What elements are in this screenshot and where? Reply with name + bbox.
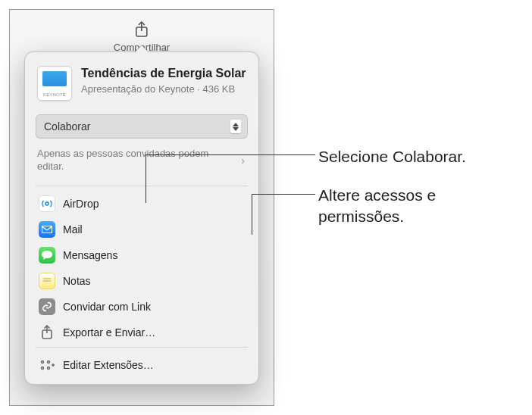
chevron-right-icon: › [241,154,246,167]
permissions-text: Apenas as pessoas convidadas podem edita… [37,148,233,173]
edit-extensions-label: Editar Extensões… [63,359,154,371]
document-title: Tendências de Energia Solar [81,66,246,80]
extensions-icon [39,357,55,373]
popover-arrow [134,45,149,53]
share-item-label: Mensagens [63,249,117,261]
document-thumbnail: KEYNOTE [37,66,72,101]
share-item-invite-link[interactable]: Convidar com Link [36,294,248,320]
document-thumb-label: KEYNOTE [38,92,71,97]
share-item-label: Convidar com Link [63,301,151,313]
document-subtitle: Apresentação do Keynote · 436 KB [81,83,246,96]
share-item-label: AirDrop [63,198,99,210]
messages-icon [39,247,55,264]
share-item-label: Notas [63,275,91,287]
share-mode-value: Colaborar [44,120,90,133]
export-icon [39,324,55,341]
svg-point-1 [45,202,49,205]
airdrop-icon [39,195,55,212]
svg-point-8 [48,360,50,363]
share-popover: KEYNOTE Tendências de Energia Solar Apre… [24,51,259,385]
updown-caret-icon [230,120,241,133]
callout-text: Selecione Colaborar. [318,146,466,167]
permissions-row[interactable]: Apenas as pessoas convidadas podem edita… [36,143,248,184]
share-item-label: Mail [63,223,83,236]
document-header: KEYNOTE Tendências de Energia Solar Apre… [36,63,248,111]
callout-text: Altere acessos e permissões. [318,185,515,228]
share-item-airdrop[interactable]: AirDrop [36,191,248,217]
share-item-mail[interactable]: Mail [36,217,248,242]
divider [36,347,248,348]
edit-extensions[interactable]: Editar Extensões… [36,352,248,378]
notes-icon [39,273,55,289]
callout-leader [252,194,252,235]
share-item-export-send[interactable]: Exportar e Enviar… [36,320,248,345]
svg-point-9 [48,367,50,369]
svg-point-7 [42,367,44,369]
divider [36,186,248,186]
link-icon [39,298,55,315]
mail-icon [39,221,55,238]
svg-point-6 [42,360,44,363]
callout-leader [146,154,315,155]
share-icon [133,20,151,39]
share-item-label: Exportar e Enviar… [63,326,155,339]
share-item-messages[interactable]: Mensagens [36,242,248,268]
callout-leader [146,154,146,203]
share-mode-select[interactable]: Colaborar [36,114,248,139]
share-item-notes[interactable]: Notas [36,268,248,294]
callout-leader [252,194,315,195]
